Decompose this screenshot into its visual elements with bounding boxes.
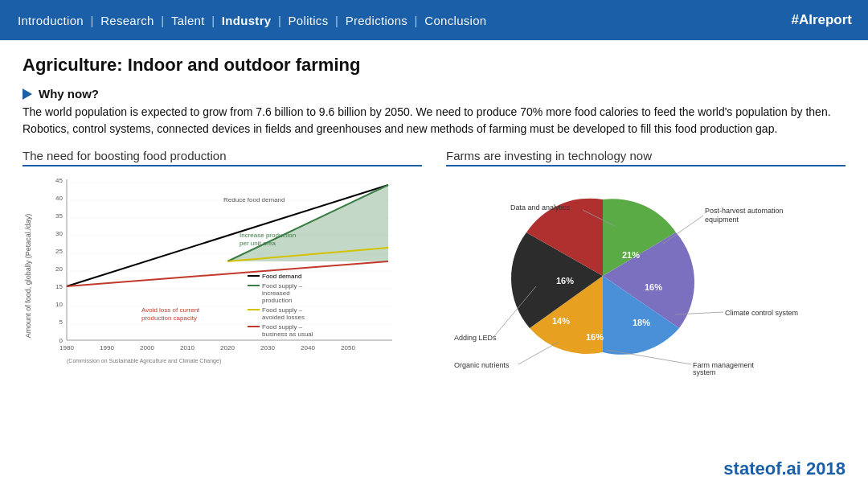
why-now-text: The world population is expected to grow… xyxy=(23,104,842,138)
sep2: | xyxy=(161,14,168,27)
svg-text:18%: 18% xyxy=(633,318,650,327)
line-chart-area: Amount of food, globally (Petacal./day) … xyxy=(23,171,422,380)
svg-text:Adding LEDs: Adding LEDs xyxy=(454,334,497,342)
svg-text:20: 20 xyxy=(55,265,63,273)
nav-talent[interactable]: Talent xyxy=(171,14,205,27)
main-content: Agriculture: Indoor and outdoor farming … xyxy=(0,40,868,388)
svg-text:system: system xyxy=(693,368,716,376)
charts-section: The need for boosting food production Am… xyxy=(23,149,845,380)
header: Introduction | Research | Talent | Indus… xyxy=(0,0,868,40)
pie-chart-title: Farms are investing in technology now xyxy=(446,149,845,166)
svg-text:Organic nutrients: Organic nutrients xyxy=(454,361,510,369)
sep1: | xyxy=(90,14,97,27)
nav-introduction[interactable]: Introduction xyxy=(18,14,84,27)
svg-text:35: 35 xyxy=(55,212,63,220)
svg-text:0: 0 xyxy=(59,337,63,344)
svg-line-69 xyxy=(518,342,559,364)
svg-text:30: 30 xyxy=(55,230,63,237)
svg-text:14%: 14% xyxy=(552,316,570,326)
svg-text:21%: 21% xyxy=(622,250,640,260)
triangle-icon xyxy=(23,88,32,100)
svg-line-31 xyxy=(67,261,388,286)
svg-text:Amount of food, globally (Peta: Amount of food, globally (Petacal./day) xyxy=(24,214,32,339)
svg-text:business as usual: business as usual xyxy=(262,331,313,338)
svg-text:2000: 2000 xyxy=(140,344,154,351)
svg-text:16%: 16% xyxy=(645,282,662,292)
svg-text:2020: 2020 xyxy=(220,344,235,351)
svg-text:production: production xyxy=(262,297,292,304)
svg-text:2040: 2040 xyxy=(301,344,315,351)
svg-text:Reduce food demand: Reduce food demand xyxy=(223,196,285,203)
hashtag: #AIreport xyxy=(791,12,852,28)
svg-text:2010: 2010 xyxy=(180,344,194,351)
svg-text:Avoid loss of current: Avoid loss of current xyxy=(141,306,200,314)
svg-text:25: 25 xyxy=(55,248,63,255)
sep4: | xyxy=(278,14,285,27)
sep5: | xyxy=(335,14,342,27)
svg-text:2030: 2030 xyxy=(260,344,275,351)
svg-text:per unit area: per unit area xyxy=(240,240,276,247)
svg-text:16%: 16% xyxy=(586,332,604,342)
why-now-section: Why now? The world population is expecte… xyxy=(23,87,845,138)
pie-chart-container: Farms are investing in technology now xyxy=(446,149,845,380)
svg-text:(Commission on Sustainable Agr: (Commission on Sustainable Agriculture a… xyxy=(67,358,221,364)
svg-line-66 xyxy=(607,350,691,364)
svg-text:5: 5 xyxy=(59,318,63,326)
sep6: | xyxy=(415,14,422,27)
svg-text:45: 45 xyxy=(55,177,63,184)
svg-text:production capacity: production capacity xyxy=(141,314,197,322)
nav-industry[interactable]: Industry xyxy=(222,14,272,27)
footer: stateof.ai 2018 xyxy=(723,458,845,479)
svg-text:16%: 16% xyxy=(556,276,574,286)
svg-text:Food supply –: Food supply – xyxy=(262,323,303,331)
svg-text:Food supply –: Food supply – xyxy=(262,306,303,314)
nav-research[interactable]: Research xyxy=(100,14,154,27)
page-title: Agriculture: Indoor and outdoor farming xyxy=(23,55,845,76)
why-now-label: Why now? xyxy=(39,87,99,101)
pie-chart-area: 21% 16% 18% 16% 14% 16% Data and analyti… xyxy=(446,171,845,380)
svg-text:1990: 1990 xyxy=(100,344,114,351)
svg-text:40: 40 xyxy=(55,195,63,202)
svg-text:1980: 1980 xyxy=(59,344,74,351)
line-chart-container: The need for boosting food production Am… xyxy=(23,149,422,380)
nav-conclusion[interactable]: Conclusion xyxy=(424,14,486,27)
nav-predictions[interactable]: Predictions xyxy=(346,14,408,27)
why-now-header: Why now? xyxy=(23,87,845,101)
sep3: | xyxy=(211,14,219,27)
svg-text:increased: increased xyxy=(262,290,290,297)
svg-text:15: 15 xyxy=(55,283,63,290)
svg-text:Post-harvest automation: Post-harvest automation xyxy=(705,207,784,215)
nav-politics[interactable]: Politics xyxy=(289,14,329,27)
svg-text:10: 10 xyxy=(55,301,63,308)
line-chart-title: The need for boosting food production xyxy=(23,149,422,166)
svg-text:Food demand: Food demand xyxy=(262,273,301,280)
svg-text:Increase production: Increase production xyxy=(240,232,296,239)
svg-text:avoided losses: avoided losses xyxy=(262,314,305,321)
svg-text:equipment: equipment xyxy=(705,216,739,224)
svg-text:Data and analytics: Data and analytics xyxy=(510,203,571,212)
nav-links: Introduction | Research | Talent | Indus… xyxy=(16,14,489,27)
svg-text:2050: 2050 xyxy=(341,344,355,351)
svg-text:Climate control system: Climate control system xyxy=(725,309,798,317)
svg-text:Food supply –: Food supply – xyxy=(262,282,303,290)
